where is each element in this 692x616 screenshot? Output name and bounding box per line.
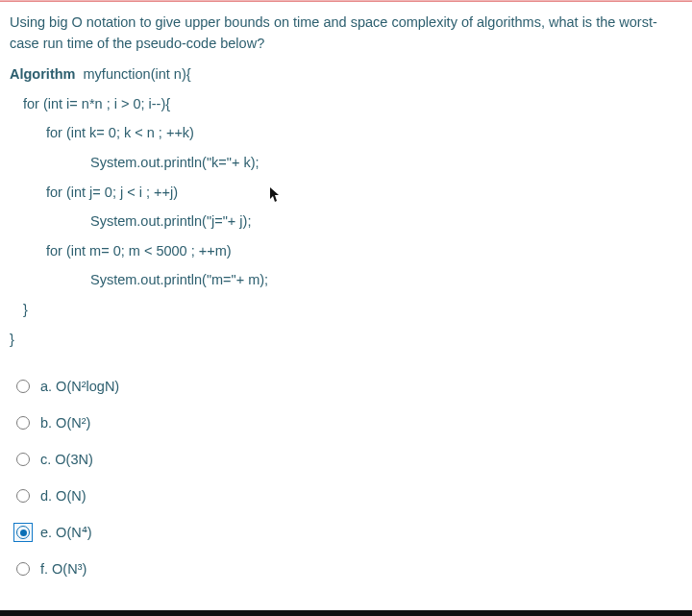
option-c[interactable]: c. O(3N) xyxy=(10,441,682,478)
code-line-6: System.out.println("j="+ j); xyxy=(10,209,682,234)
algorithm-keyword: Algorithm xyxy=(10,66,75,82)
radio-wrap-e xyxy=(13,523,33,542)
code-line-2: for (int i= n*n ; i > 0; i--){ xyxy=(10,92,682,116)
option-c-label: c. O(3N) xyxy=(40,452,93,467)
code-line-1: Algorithm myfunction(int n){ xyxy=(10,62,682,86)
radio-a[interactable] xyxy=(16,380,30,393)
radio-wrap-b xyxy=(13,413,33,432)
code-line-7: for (int m= 0; m < 5000 ; ++m) xyxy=(10,239,682,263)
radio-f[interactable] xyxy=(16,562,30,576)
radio-e[interactable] xyxy=(16,526,30,539)
option-b-label: b. O(N²) xyxy=(40,415,90,431)
option-f-label: f. O(N³) xyxy=(40,561,86,577)
option-a[interactable]: a. O(N²logN) xyxy=(10,368,682,405)
bottom-bar xyxy=(0,610,692,616)
code-line-3: for (int k= 0; k < n ; ++k) xyxy=(10,121,682,145)
radio-wrap-d xyxy=(13,486,33,505)
radio-d[interactable] xyxy=(16,489,30,503)
radio-c[interactable] xyxy=(16,453,30,466)
option-d[interactable]: d. O(N) xyxy=(10,478,682,514)
code-line-9: } xyxy=(10,298,682,322)
option-e[interactable]: e. O(N⁴) xyxy=(10,514,682,551)
code-l1b: myfunction(int n){ xyxy=(75,66,190,82)
question-prompt: Using big O notation to give upper bound… xyxy=(10,12,682,55)
option-a-label: a. O(N²logN) xyxy=(40,379,119,394)
radio-b[interactable] xyxy=(16,416,30,430)
radio-wrap-a xyxy=(13,377,33,396)
option-f[interactable]: f. O(N³) xyxy=(10,551,682,587)
radio-wrap-f xyxy=(13,559,33,579)
radio-wrap-c xyxy=(13,450,33,469)
answer-options: a. O(N²logN) b. O(N²) c. O(3N) d. O(N) e… xyxy=(10,368,682,587)
option-d-label: d. O(N) xyxy=(40,488,86,504)
code-line-4: System.out.println("k="+ k); xyxy=(10,151,682,175)
question-content: Using big O notation to give upper bound… xyxy=(0,2,692,587)
option-e-label: e. O(N⁴) xyxy=(40,525,92,540)
code-line-10: } xyxy=(10,328,682,352)
code-line-8: System.out.println("m="+ m); xyxy=(10,268,682,292)
option-b[interactable]: b. O(N²) xyxy=(10,405,682,441)
text-cursor-icon xyxy=(269,187,279,203)
code-line-5: for (int j= 0; j < i ; ++j) xyxy=(10,181,682,205)
